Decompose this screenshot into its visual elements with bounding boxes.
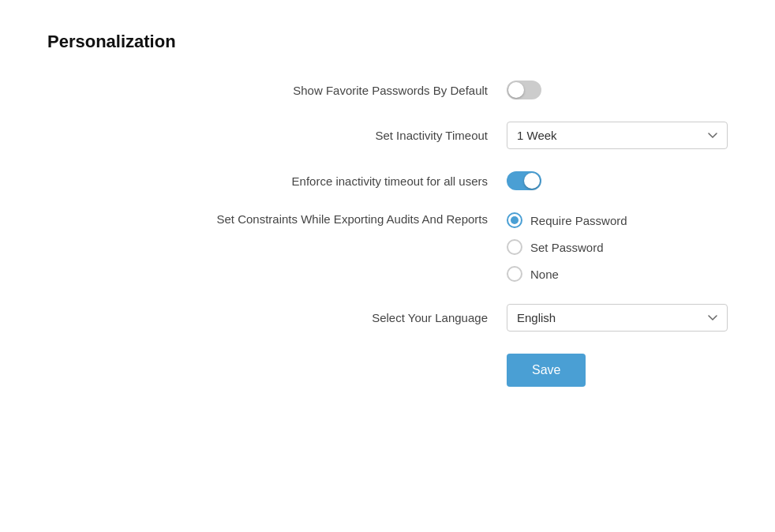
settings-form: Show Favorite Passwords By Default Set I…: [47, 81, 728, 409]
toggle-knob: [508, 82, 524, 98]
inactivity-timeout-select[interactable]: 15 Minutes 30 Minutes 1 Hour 2 Hours 4 H…: [507, 122, 728, 149]
show-favorite-passwords-toggle[interactable]: [507, 81, 541, 99]
export-constraints-control: Require Password Set Password None: [507, 212, 728, 282]
enforce-inactivity-control: [507, 171, 728, 190]
show-favorite-passwords-label: Show Favorite Passwords By Default: [293, 84, 488, 97]
radio-option-none[interactable]: None: [507, 266, 728, 282]
radio-options-group: Require Password Set Password None: [507, 212, 728, 282]
radio-option-set-password[interactable]: Set Password: [507, 239, 728, 255]
enforce-inactivity-toggle[interactable]: [507, 171, 541, 190]
page-container: Personalization Show Favorite Passwords …: [0, 0, 775, 440]
radio-circle-set-password: [507, 239, 522, 255]
radio-circle-require-password: [507, 212, 522, 228]
export-constraints-row: Set Constraints While Exporting Audits A…: [47, 212, 728, 282]
inactivity-timeout-control: 15 Minutes 30 Minutes 1 Hour 2 Hours 4 H…: [507, 122, 728, 149]
radio-dot-require-password: [511, 216, 519, 224]
show-favorite-passwords-control: [507, 81, 728, 99]
radio-label-set-password: Set Password: [530, 241, 604, 254]
inactivity-timeout-label: Set Inactivity Timeout: [375, 129, 488, 142]
language-select[interactable]: English Spanish French German Chinese Ja…: [507, 304, 728, 332]
save-button-container: Save: [507, 354, 728, 387]
enforce-inactivity-label: Enforce inactivity timeout for all users: [292, 174, 488, 188]
radio-option-require-password[interactable]: Require Password: [507, 212, 728, 228]
enforce-inactivity-row: Enforce inactivity timeout for all users: [47, 171, 728, 190]
toggle-slider-off: [507, 81, 541, 99]
show-favorite-passwords-row: Show Favorite Passwords By Default: [47, 81, 728, 99]
language-row: Select Your Language English Spanish Fre…: [47, 304, 728, 332]
save-button-row: placeholder Save: [47, 354, 728, 387]
toggle-slider-on: [507, 171, 541, 190]
inactivity-timeout-row: Set Inactivity Timeout 15 Minutes 30 Min…: [47, 122, 728, 149]
save-button[interactable]: Save: [507, 354, 586, 387]
language-control: English Spanish French German Chinese Ja…: [507, 304, 728, 332]
radio-label-require-password: Require Password: [530, 214, 627, 227]
radio-label-none: None: [530, 268, 559, 281]
export-constraints-label: Set Constraints While Exporting Audits A…: [216, 212, 488, 226]
toggle-knob-on: [524, 173, 540, 189]
radio-circle-none: [507, 266, 522, 282]
page-title: Personalization: [47, 32, 728, 52]
language-label: Select Your Language: [372, 311, 488, 324]
